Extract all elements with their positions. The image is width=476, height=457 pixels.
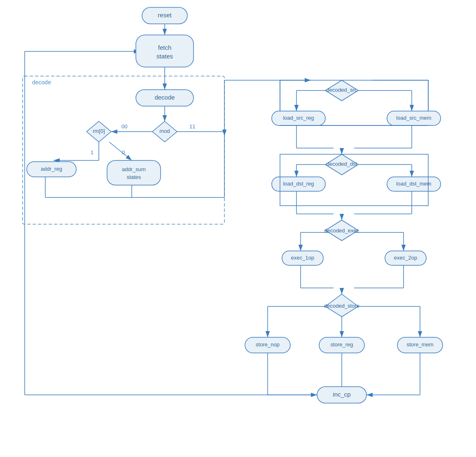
decoded-store-label: decoded_store — [324, 303, 359, 309]
mod-label: mod — [159, 128, 170, 134]
addr-sum-states-node — [107, 160, 161, 185]
exec-1op-label: exec_1op — [291, 255, 314, 261]
addr-sum-states-label1: addr_sum — [122, 166, 146, 172]
exec-2op-label: exec_2op — [394, 255, 417, 261]
load-src-mem-label: load_src_mem — [396, 115, 431, 121]
edge-label-11: 11 — [189, 123, 195, 130]
rm0-label: rm[0] — [93, 128, 105, 134]
svg-line-11 — [109, 142, 132, 160]
edge-label-0: 0 — [122, 149, 125, 155]
store-nop-label: store_nop — [256, 341, 280, 348]
fetch-states-label: fetch — [158, 44, 172, 51]
addr-sum-states-label2: states — [127, 174, 141, 180]
decoded-exec-label: decoded_exec — [324, 227, 359, 234]
decode-label: decode — [154, 94, 175, 101]
reset-label: reset — [158, 12, 172, 19]
inc-cp-label: inc_cp — [333, 391, 350, 398]
decoded-dst-label: decoded_dst — [327, 161, 357, 167]
decoded-src-label: decoded_src — [327, 87, 357, 93]
load-dst-reg-label: load_dst_reg — [283, 181, 314, 187]
fetch-states-node — [136, 35, 194, 67]
load-dst-mem-label: load_dst_mem — [396, 181, 431, 187]
load-src-reg-label: load_src_reg — [283, 115, 314, 121]
decode-box-label: decode — [32, 79, 51, 86]
edge-label-1: 1 — [91, 149, 93, 155]
edge-label-00: 00 — [121, 123, 127, 130]
store-mem-label: store_mem — [406, 341, 433, 348]
store-reg-label: store_reg — [331, 341, 353, 348]
addr-reg-label: addr_reg — [41, 166, 62, 172]
fetch-states-label2: states — [156, 53, 173, 60]
flowchart-diagram: decode 00 11 1 0 — [0, 0, 476, 457]
